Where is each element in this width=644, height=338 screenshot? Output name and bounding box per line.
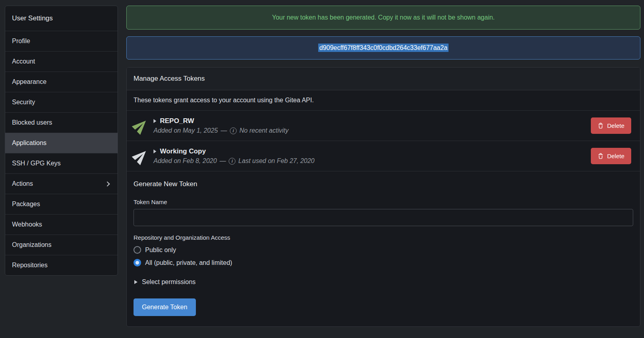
chevron-right-icon xyxy=(105,181,110,187)
sidebar-item-packages[interactable]: Packages xyxy=(5,194,118,214)
token-meta: Added on May 1, 2025 — i No recent activ… xyxy=(154,127,591,134)
success-flash-message: Your new token has been generated. Copy … xyxy=(126,6,640,30)
token-row: Working Copy Added on Feb 8, 2020 — i La… xyxy=(127,141,640,171)
delete-token-button[interactable]: Delete xyxy=(591,148,631,164)
sidebar-item-account[interactable]: Account xyxy=(5,51,118,72)
token-name-label: Token Name xyxy=(134,199,633,205)
sidebar-item-security[interactable]: Security xyxy=(5,92,118,112)
sidebar-item-profile[interactable]: Profile xyxy=(5,31,118,51)
form-heading: Generate New Token xyxy=(134,180,633,188)
info-circle-icon: i xyxy=(230,127,237,134)
settings-sidebar: User Settings Profile Account Appearance… xyxy=(5,6,118,334)
panel-title: Manage Access Tokens xyxy=(127,68,640,90)
radio-checked-icon[interactable] xyxy=(134,259,141,266)
sidebar-item-repositories[interactable]: Repositories xyxy=(5,255,118,275)
trash-icon xyxy=(598,123,604,129)
info-circle-icon: i xyxy=(229,158,235,165)
token-row: REPO_RW Added on May 1, 2025 — i No rece… xyxy=(127,111,640,141)
triangle-right-icon[interactable] xyxy=(154,149,156,153)
generate-token-form: Generate New Token Token Name Repository… xyxy=(127,171,640,326)
manage-access-tokens-panel: Manage Access Tokens These tokens grant … xyxy=(126,67,640,327)
token-meta: Added on Feb 8, 2020 — i Last used on Fe… xyxy=(154,157,591,165)
sidebar-item-webhooks[interactable]: Webhooks xyxy=(5,214,118,235)
trash-icon xyxy=(598,153,604,159)
sidebar-item-appearance[interactable]: Appearance xyxy=(5,72,118,92)
sidebar-title: User Settings xyxy=(5,6,118,31)
settings-page: User Settings Profile Account Appearance… xyxy=(0,0,644,334)
triangle-right-icon[interactable] xyxy=(154,119,156,123)
generate-token-button[interactable]: Generate Token xyxy=(134,298,196,316)
radio-unchecked-icon[interactable] xyxy=(134,246,141,254)
access-scope-label: Repository and Organization Access xyxy=(134,234,633,241)
token-activity: No recent activity xyxy=(239,127,289,134)
paper-plane-icon xyxy=(133,118,149,134)
new-token-box[interactable]: d909ecff67f8ff343c0f0cdbd264c33ef677aa2a xyxy=(126,36,640,60)
token-info: REPO_RW Added on May 1, 2025 — i No rece… xyxy=(154,117,591,134)
main-content: Your new token has been generated. Copy … xyxy=(126,6,640,334)
token-info: Working Copy Added on Feb 8, 2020 — i La… xyxy=(154,147,591,165)
select-permissions-toggle[interactable]: Select permissions xyxy=(134,278,633,286)
sidebar-item-organizations[interactable]: Organizations xyxy=(5,235,118,255)
token-name[interactable]: Working Copy xyxy=(160,147,206,155)
sidebar-item-actions[interactable]: Actions xyxy=(5,173,118,194)
token-activity: Last used on Feb 27, 2020 xyxy=(238,157,314,165)
sidebar-item-ssh-gpg-keys[interactable]: SSH / GPG Keys xyxy=(5,153,118,173)
token-name[interactable]: REPO_RW xyxy=(160,117,194,125)
radio-all-access[interactable]: All (public, private, and limited) xyxy=(134,259,633,266)
paper-plane-icon xyxy=(133,148,149,164)
panel-description: These tokens grant access to your accoun… xyxy=(127,90,640,111)
sidebar-item-blocked-users[interactable]: Blocked users xyxy=(5,112,118,133)
new-token-value[interactable]: d909ecff67f8ff343c0f0cdbd264c33ef677aa2a xyxy=(318,44,449,52)
triangle-right-icon xyxy=(134,280,138,284)
radio-public-only[interactable]: Public only xyxy=(134,246,633,254)
sidebar-item-applications[interactable]: Applications xyxy=(5,133,118,153)
settings-menu: User Settings Profile Account Appearance… xyxy=(5,6,118,276)
token-name-input[interactable] xyxy=(134,209,633,226)
delete-token-button[interactable]: Delete xyxy=(591,117,631,134)
